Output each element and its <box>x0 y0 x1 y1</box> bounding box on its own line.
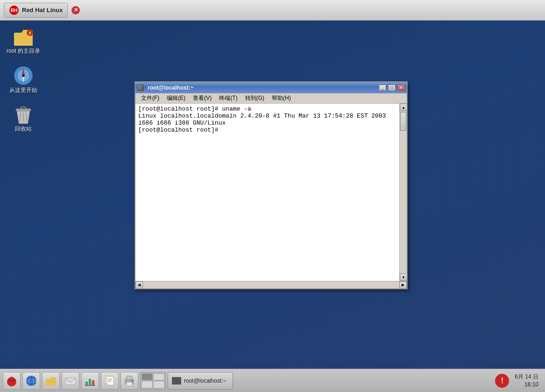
terminal-body: [root@localhost root]# uname -a Linux lo… <box>135 104 407 281</box>
svg-point-11 <box>22 74 25 77</box>
terminal-window: root@localhost:~ _ □ ✕ 文件(F) 编辑(E) 查看(V)… <box>134 81 408 289</box>
scroll-track <box>400 111 407 273</box>
start-label: Red Hat Linux <box>22 7 63 14</box>
clock-date: 6月 14 日 <box>515 373 538 381</box>
clock-time: 16:10 <box>515 381 538 389</box>
svg-text:RH: RH <box>11 8 17 13</box>
taskbar-top: RH Red Hat Linux ✕ <box>0 0 545 21</box>
menu-view[interactable]: 查看(V) <box>189 93 215 103</box>
terminal-close-button[interactable]: ✕ <box>397 84 405 91</box>
hscroll-left-button[interactable]: ◀ <box>135 281 143 289</box>
terminal-title-icon <box>137 84 144 91</box>
svg-point-37 <box>131 380 133 382</box>
folder-taskbar-icon <box>44 374 57 387</box>
terminal-menubar: 文件(F) 编辑(E) 查看(V) 终端(T) 转到(G) 帮助(H) <box>135 93 407 104</box>
svg-rect-12 <box>16 109 31 111</box>
terminal-title-text: root@localhost:~ <box>146 84 377 91</box>
menu-edit[interactable]: 编辑(E) <box>163 93 189 103</box>
terminal-hscrollbar: ◀ ▶ <box>135 281 407 288</box>
start-button[interactable]: RH Red Hat Linux <box>4 3 68 18</box>
svg-rect-3 <box>14 35 33 46</box>
taskbar-clock: 6月 14 日 16:10 <box>511 373 542 389</box>
terminal-line-3: [root@localhost root]# <box>138 126 396 133</box>
terminal-line-1: [root@localhost root]# uname -a <box>138 105 396 112</box>
globe-taskbar-icon <box>25 374 38 387</box>
menu-help[interactable]: 帮助(H) <box>268 93 295 103</box>
taskbar-printer-button[interactable] <box>120 372 138 390</box>
trash-icon <box>12 103 35 126</box>
svg-rect-27 <box>92 380 94 385</box>
pager-cell-1[interactable] <box>142 373 153 381</box>
terminal-window-label: root@localhost:~ <box>184 378 226 384</box>
taskbar-alert-icon[interactable]: ! <box>495 374 509 388</box>
trash-label: 回收站 <box>15 126 32 133</box>
svg-rect-23 <box>46 380 56 385</box>
taskbar-redhat-button[interactable] <box>3 372 21 390</box>
pager-cell-4[interactable] <box>153 381 164 388</box>
svg-rect-30 <box>107 377 113 385</box>
taskbar-close-button[interactable]: ✕ <box>71 6 80 14</box>
chart-taskbar-icon <box>84 374 97 387</box>
taskbar-globe-button[interactable] <box>22 372 40 390</box>
hscroll-track <box>143 281 399 288</box>
taskbar-terminal-window-button[interactable]: root@localhost:~ <box>168 372 233 390</box>
pager-cell-2[interactable] <box>153 373 164 381</box>
desktop-icons: 3 root 的主目录 从这里开始 <box>5 25 42 133</box>
scroll-up-button[interactable]: ▲ <box>400 104 407 111</box>
scroll-down-button[interactable]: ▼ <box>400 273 407 281</box>
menu-goto[interactable]: 转到(G) <box>241 93 268 103</box>
terminal-minimize-button[interactable]: _ <box>379 84 386 91</box>
svg-rect-36 <box>127 382 132 386</box>
svg-rect-25 <box>85 382 88 385</box>
svg-text:3: 3 <box>28 31 31 35</box>
docs-taskbar-icon <box>103 374 116 387</box>
taskbar-bottom: root@localhost:~ ! 6月 14 日 16:10 <box>0 369 545 392</box>
desktop-icon-trash[interactable]: 回收站 <box>5 103 42 133</box>
menu-terminal[interactable]: 终端(T) <box>215 93 241 103</box>
home-folder-label: root 的主目录 <box>7 48 40 55</box>
menu-file[interactable]: 文件(F) <box>137 93 163 103</box>
start-here-icon <box>12 64 35 87</box>
terminal-maximize-button[interactable]: □ <box>388 84 396 91</box>
taskbar-folder-button[interactable] <box>42 372 60 390</box>
desktop: 3 root 的主目录 从这里开始 <box>0 21 545 369</box>
home-folder-icon: 3 <box>12 25 35 48</box>
hscroll-right-button[interactable]: ▶ <box>399 281 407 289</box>
pager-cell-3[interactable] <box>142 381 153 388</box>
taskbar-mail-button[interactable] <box>62 372 79 390</box>
start-here-label: 从这里开始 <box>9 87 37 94</box>
terminal-scrollbar[interactable]: ▲ ▼ <box>399 104 407 281</box>
redhat-logo-icon: RH <box>9 5 19 15</box>
printer-taskbar-icon <box>123 374 136 387</box>
svg-rect-35 <box>127 376 132 379</box>
taskbar-pager[interactable] <box>140 372 166 390</box>
taskbar-chart-button[interactable] <box>81 372 99 390</box>
desktop-icon-start[interactable]: 从这里开始 <box>5 64 42 94</box>
redhat-taskbar-icon <box>5 374 18 387</box>
desktop-icon-home[interactable]: 3 root 的主目录 <box>5 25 42 55</box>
scroll-thumb[interactable] <box>400 112 406 131</box>
terminal-window-icon <box>172 377 181 385</box>
terminal-content[interactable]: [root@localhost root]# uname -a Linux lo… <box>135 104 399 281</box>
terminal-titlebar: root@localhost:~ _ □ ✕ <box>135 82 407 93</box>
taskbar-docs-button[interactable] <box>101 372 119 390</box>
svg-rect-26 <box>89 379 91 385</box>
terminal-line-2: Linux localhost.localdomain 2.4.20-8 #1 … <box>138 112 396 126</box>
mail-taskbar-icon <box>64 374 77 387</box>
